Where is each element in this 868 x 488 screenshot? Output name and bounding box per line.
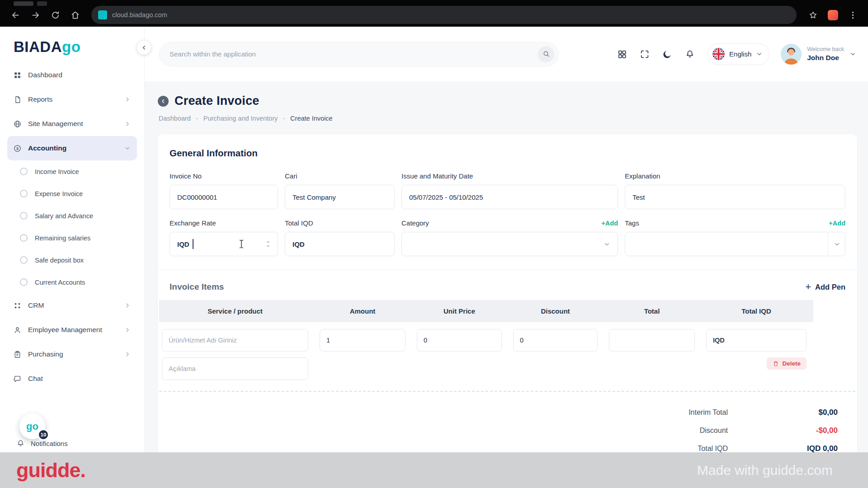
chevron-down-icon <box>266 244 270 248</box>
sidebar-item-safe-deposit-box[interactable]: Safe deposit box <box>7 249 137 271</box>
sidebar-item-expense-invoice[interactable]: Expense Invoice <box>7 183 137 205</box>
discount-input[interactable] <box>513 329 598 352</box>
tags-label: Tags <box>625 219 639 227</box>
address-bar[interactable]: cloud.biadago.com <box>91 6 797 24</box>
search-bar <box>159 42 559 66</box>
table-row: IQD <box>159 329 813 352</box>
date-field: Issue and Maturity Date <box>401 172 618 209</box>
breadcrumb-item-purchasing-inventory[interactable]: Purchasing and Inventory <box>203 115 278 122</box>
dark-mode-button[interactable] <box>662 49 672 59</box>
browser-menu-button[interactable] <box>844 6 862 24</box>
accounting-submenu: Income Invoice Expense Invoice Salary an… <box>7 160 137 293</box>
breadcrumb-separator: • <box>283 116 285 121</box>
total-input[interactable] <box>609 329 695 352</box>
chat-icon <box>13 375 22 383</box>
category-select[interactable] <box>401 232 618 256</box>
reload-button[interactable] <box>46 6 64 24</box>
table-row-secondary: Delete <box>159 357 813 380</box>
welcome-text: Welcome back <box>807 46 844 53</box>
invoice-no-input[interactable] <box>170 185 278 209</box>
logo-text-accent: go <box>62 38 80 55</box>
sidebar-item-employee-management[interactable]: Employee Management <box>7 318 137 342</box>
home-button[interactable] <box>66 6 84 24</box>
exchange-rate-value: IQD <box>177 240 189 248</box>
header-icons <box>617 49 695 59</box>
sidebar-item-chat[interactable]: Chat <box>7 366 137 391</box>
back-button[interactable] <box>6 6 24 24</box>
totals-summary: Interim Total $0,00 Discount -$0,00 Tota… <box>170 404 845 458</box>
sidebar-item-salary-and-advance[interactable]: Salary and Advance <box>7 205 137 227</box>
sidebar-item-site-management[interactable]: Site Management <box>7 112 137 136</box>
breadcrumb: Dashboard • Purchasing and Inventory • C… <box>159 115 857 122</box>
reports-icon <box>13 95 22 104</box>
section-divider <box>158 270 857 270</box>
add-category-link[interactable]: +Add <box>601 220 618 227</box>
notifications-button[interactable] <box>685 49 695 59</box>
sidebar-item-income-invoice[interactable]: Income Invoice <box>7 160 137 183</box>
cari-input[interactable] <box>285 185 395 209</box>
bookmark-button[interactable] <box>804 6 822 24</box>
chevron-down-icon <box>849 51 856 57</box>
delete-item-button[interactable]: Delete <box>767 357 807 370</box>
sidebar-item-crm[interactable]: CRM <box>7 293 137 318</box>
sidebar-item-label: Accounting <box>28 144 66 152</box>
language-selector[interactable]: English <box>708 43 769 65</box>
invoice-items-table: Service / product Amount Unit Price Disc… <box>159 300 813 380</box>
tags-select[interactable] <box>625 232 845 256</box>
chevron-down-icon <box>756 51 763 57</box>
interim-total-label: Interim Total <box>689 408 728 417</box>
add-item-label: Add Pen <box>815 283 845 291</box>
chevron-right-icon <box>124 120 131 127</box>
exchange-rate-input[interactable]: IQD <box>170 232 278 256</box>
chevron-down-icon <box>604 241 610 248</box>
explanation-input[interactable] <box>625 185 845 209</box>
sidebar-subitem-label: Safe deposit box <box>35 257 84 264</box>
guidde-watermark-bar: guidde. Made with guidde.com <box>0 452 868 488</box>
app-logo[interactable]: BIADAgo <box>0 27 144 56</box>
search-input[interactable] <box>170 50 538 58</box>
sidebar-item-current-accounts[interactable]: Current Accounts <box>7 271 137 293</box>
go-fab-button[interactable]: go 10 <box>19 413 45 439</box>
cari-field: Cari <box>285 172 395 209</box>
add-item-button[interactable]: + Add Pen <box>805 282 845 292</box>
row-total-iqd-display: IQD <box>706 329 807 352</box>
page-back-button[interactable] <box>158 96 169 107</box>
table-header-row: Service / product Amount Unit Price Disc… <box>159 300 813 322</box>
chevron-down-icon <box>124 145 131 152</box>
sidebar-item-label: Dashboard <box>28 71 62 79</box>
screen: cloud.biadago.com BIADAgo Dashboard <box>0 0 868 488</box>
language-label: English <box>729 50 751 58</box>
delete-label: Delete <box>782 360 801 367</box>
amount-input[interactable] <box>320 329 406 352</box>
sidebar-item-accounting[interactable]: $ Accounting <box>7 136 137 160</box>
forward-button[interactable] <box>26 6 44 24</box>
sidebar-item-remaining-salaries[interactable]: Remaining salaries <box>7 227 137 249</box>
add-tags-link[interactable]: +Add <box>829 220 845 227</box>
apps-button[interactable] <box>617 49 627 59</box>
sidebar-item-dashboard[interactable]: Dashboard <box>7 63 137 87</box>
discount-total-value: -$0,00 <box>728 426 838 435</box>
page-title: Create Invoice <box>175 94 259 108</box>
sidebar-subitem-label: Income Invoice <box>35 168 79 175</box>
unit-price-input[interactable] <box>417 329 502 352</box>
user-menu[interactable]: Welcome back John Doe <box>781 44 856 65</box>
fullscreen-button[interactable] <box>640 49 650 59</box>
sidebar-item-purchasing[interactable]: Purchasing <box>7 342 137 366</box>
extension-button[interactable] <box>824 6 842 24</box>
collapse-sidebar-button[interactable] <box>137 41 151 55</box>
service-input[interactable] <box>162 329 308 352</box>
description-input[interactable] <box>162 357 308 380</box>
search-button[interactable] <box>538 46 554 62</box>
number-spinner[interactable] <box>266 240 270 248</box>
date-range-input[interactable] <box>401 185 618 209</box>
radio-icon <box>20 256 28 264</box>
logo-text-primary: BIADA <box>14 38 62 55</box>
breadcrumb-item-current: Create Invoice <box>290 115 333 122</box>
sidebar-item-reports[interactable]: Reports <box>7 87 137 112</box>
sidebar-subitem-label: Current Accounts <box>35 279 85 286</box>
col-header-service: Service / product <box>162 307 308 315</box>
sidebar-item-notifications[interactable]: Notifications <box>16 439 68 448</box>
interim-total-value: $0,00 <box>728 408 838 417</box>
breadcrumb-item-dashboard[interactable]: Dashboard <box>159 115 191 122</box>
chevron-right-icon <box>124 96 131 103</box>
